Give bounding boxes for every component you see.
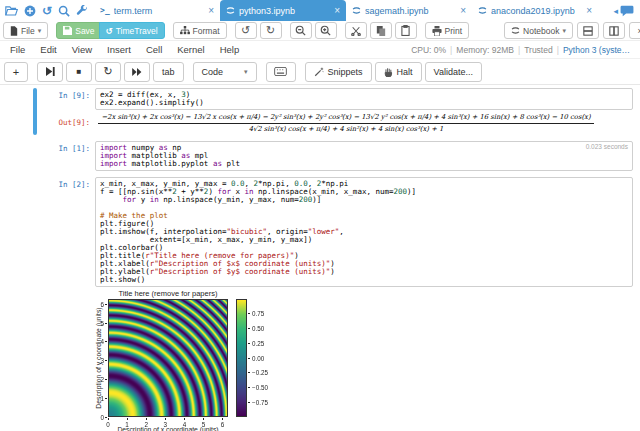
add-cell-button[interactable]: + — [4, 62, 28, 82]
cocalc-window: ↺ >_ term.term × python3.ipynb × — [0, 0, 640, 431]
snippets-button[interactable]: Snippets — [305, 62, 372, 82]
tab-label: python3.ipynb — [239, 6, 330, 16]
colorbar — [236, 299, 247, 417]
menu-file[interactable]: File — [10, 44, 25, 55]
print-button[interactable]: Print — [425, 22, 469, 39]
colorbar-tick-label: −0.50 — [252, 384, 268, 391]
cpu-usage: CPU: 0% — [411, 45, 446, 55]
kernel-name[interactable]: Python 3 (syste… — [563, 45, 630, 55]
file-menu-button[interactable]: File ▾ — [3, 22, 48, 39]
close-icon[interactable]: × — [208, 6, 214, 16]
keyboard-shortcuts-button[interactable] — [266, 62, 296, 82]
close-icon[interactable]: × — [334, 6, 340, 16]
search-icon[interactable] — [58, 5, 70, 17]
open-folder-icon[interactable] — [5, 5, 18, 16]
tab-term-term[interactable]: >_ term.term × — [94, 0, 220, 21]
y-tick-label: 6 — [97, 301, 104, 308]
run-all-button[interactable] — [124, 62, 150, 82]
tab-python3-ipynb[interactable]: python3.ipynb × — [220, 0, 346, 21]
run-cell-button[interactable] — [37, 62, 63, 82]
format-button[interactable]: Format — [173, 22, 227, 39]
menu-edit[interactable]: Edit — [40, 44, 56, 55]
halt-button[interactable]: Halt — [375, 62, 422, 82]
menu-help[interactable]: Help — [220, 44, 240, 55]
code-editor[interactable]: import numpy as npimport matplotlib as m… — [100, 144, 628, 168]
tab-sagemath-ipynb[interactable]: sagemath.ipynb × — [346, 0, 472, 21]
zoom-in-button[interactable] — [315, 22, 337, 39]
code-editor[interactable]: x_min, x_max, y_min, y_max = 0.0, 2*np.p… — [100, 180, 628, 284]
menu-bar: File Edit View Insert Cell Kernel Help C… — [0, 41, 640, 59]
paste-button[interactable] — [395, 22, 417, 39]
code-input-box[interactable]: x_min, x_max, y_min, y_max = 0.0, 2*np.p… — [95, 177, 633, 287]
math-output: −2x sin³(x) + 2x cos³(x) − 13√2 x cos(x … — [92, 110, 640, 135]
tab-complete-button[interactable]: tab — [153, 62, 184, 82]
input-prompt: In [9]: — [0, 88, 92, 100]
copy-button[interactable] — [370, 22, 392, 39]
stop-icon: ■ — [77, 67, 82, 76]
restart-kernel-button[interactable]: ↻ — [95, 62, 121, 82]
x-tick-label: 3 — [160, 421, 170, 428]
output-prompt: Out[9]: — [0, 110, 92, 127]
colorbar-tick-mark — [248, 358, 250, 359]
cell-in2: In [2]: x_min, x_max, y_min, y_max = 0.0… — [0, 177, 640, 431]
close-icon[interactable]: × — [586, 6, 592, 16]
code-line: for y in np.linspace(y_min, y_max, num=2… — [100, 196, 628, 204]
x-tick-label: 4 — [179, 421, 189, 428]
timetravel-button[interactable]: ↺ TimeTravel — [99, 22, 165, 39]
colorbar-tick-mark — [248, 328, 250, 329]
tab-anaconda2019-ipynb[interactable]: anaconda2019.ipynb × — [472, 0, 598, 21]
new-file-icon[interactable] — [24, 5, 36, 17]
code-line: extent=[x_min, x_max, y_min, y_max]) — [100, 236, 628, 244]
y-tick-label: 3 — [97, 357, 104, 364]
menu-view[interactable]: View — [72, 44, 92, 55]
editor-toolbar: File ▾ Save ↺ TimeTravel Format ↺ — [0, 21, 640, 41]
copy-icon — [376, 26, 386, 36]
x-tick-label: 2 — [141, 421, 151, 428]
split-horizontal-icon — [583, 26, 593, 36]
printer-icon — [432, 26, 442, 36]
zoom-out-icon — [295, 25, 306, 36]
execution-time: 0.023 seconds — [586, 143, 628, 150]
x-tick-label: 0 — [103, 421, 113, 428]
cut-button[interactable] — [345, 22, 367, 39]
menu-cell[interactable]: Cell — [146, 44, 162, 55]
save-icon — [63, 26, 72, 35]
cell-type-select[interactable]: Code ▾ — [193, 62, 257, 82]
zoom-out-button[interactable] — [290, 22, 312, 39]
menu-kernel[interactable]: Kernel — [177, 44, 204, 55]
jupyter-icon — [352, 6, 361, 15]
tab-label: anaconda2019.ipynb — [491, 6, 582, 16]
code-input-box[interactable]: ex2 = diff(ex, x, 3)ex2.expand().simplif… — [95, 88, 633, 110]
menu-insert[interactable]: Insert — [107, 44, 131, 55]
redo-button[interactable]: ↻ — [260, 22, 282, 39]
notebook-view-dropdown[interactable]: Notebook ▾ — [504, 22, 573, 39]
colorbar-tick-mark — [248, 343, 250, 344]
chat-icon[interactable] — [620, 5, 634, 17]
redo-icon: ↻ — [266, 24, 275, 37]
tab-label: sagemath.ipynb — [365, 6, 456, 16]
code-line: plt.ylabel(r"Description of $y$ coordina… — [100, 268, 628, 276]
caret-down-icon: ▾ — [38, 27, 42, 35]
colorbar-tick-label: 0.75 — [252, 310, 264, 317]
file-icon — [10, 26, 18, 36]
save-button[interactable]: Save — [56, 22, 101, 39]
wrench-icon[interactable] — [76, 5, 88, 17]
split-vertical-button[interactable] — [603, 22, 625, 39]
close-icon[interactable]: × — [460, 6, 466, 16]
plus-icon: + — [13, 66, 19, 78]
terminal-icon: >_ — [100, 6, 110, 15]
colorbar-canvas — [237, 300, 246, 416]
code-input-box[interactable]: 0.023 seconds import numpy as npimport m… — [95, 141, 633, 171]
hand-stop-icon — [384, 67, 393, 77]
plot-title: Title here (remove for papers) — [68, 289, 268, 298]
history-icon[interactable]: ↺ — [42, 4, 52, 18]
validate-button[interactable]: Validate... — [425, 62, 482, 82]
split-horizontal-button[interactable] — [577, 22, 599, 39]
stop-button[interactable]: ■ — [66, 62, 92, 82]
close-editor-button[interactable]: × — [629, 22, 640, 39]
undo-button[interactable]: ↺ — [235, 22, 257, 39]
chat-collapse-caret-icon[interactable]: ◂ — [613, 6, 618, 16]
code-editor[interactable]: ex2 = diff(ex, x, 3)ex2.expand().simplif… — [100, 91, 628, 107]
y-tick-mark — [105, 360, 107, 361]
y-tick-label: 4 — [97, 338, 104, 345]
